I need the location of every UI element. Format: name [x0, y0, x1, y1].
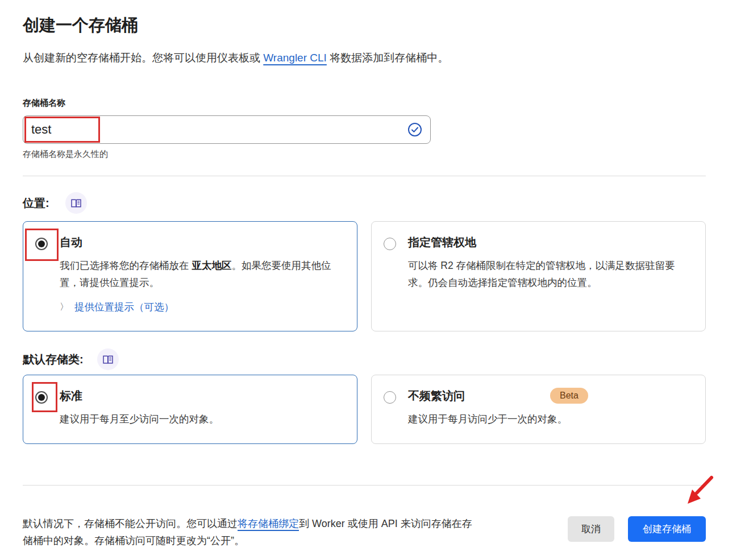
footer: 默认情况下，存储桶不能公开访问。您可以通过将存储桶绑定到 Worker 或使用 … — [23, 515, 706, 549]
option-description: 可以将 R2 存储桶限制在特定的管辖权地，以满足数据驻留要求。仍会自动选择指定管… — [408, 257, 692, 291]
bucket-binding-link[interactable]: 将存储桶绑定 — [238, 518, 299, 529]
cancel-button[interactable]: 取消 — [568, 516, 614, 542]
location-option-auto[interactable]: 自动 我们已选择将您的存储桶放在 亚太地区。如果您要使用其他位置，请提供位置提示… — [23, 221, 357, 331]
storage-class-docs-button[interactable] — [97, 349, 119, 370]
subtitle-text-pre: 从创建新的空存储桶开始。您将可以使用仪表板或 — [23, 52, 263, 64]
location-hint-link[interactable]: 提供位置提示（可选） — [74, 300, 174, 314]
option-description: 建议用于每月至少访问一次的对象。 — [60, 410, 343, 428]
radio-col — [372, 388, 408, 431]
create-bucket-button[interactable]: 创建存储桶 — [628, 516, 706, 542]
card-body: 自动 我们已选择将您的存储桶放在 亚太地区。如果您要使用其他位置，请提供位置提示… — [60, 234, 343, 318]
location-docs-button[interactable] — [65, 192, 87, 214]
divider-bottom — [23, 485, 706, 486]
valid-check-icon — [407, 122, 422, 137]
radio-col — [372, 234, 408, 318]
beta-badge: Beta — [550, 388, 588, 404]
card-body: 标准 建议用于每月至少访问一次的对象。 — [60, 388, 343, 431]
location-option-jurisdiction[interactable]: 指定管辖权地 可以将 R2 存储桶限制在特定的管辖权地，以满足数据驻留要求。仍会… — [371, 221, 706, 331]
create-bucket-page: 创建一个存储桶 从创建新的空存储桶开始。您将可以使用仪表板或 Wrangler … — [0, 0, 749, 560]
option-description: 建议用于每月访问少于一次的对象。 — [408, 410, 692, 428]
open-book-icon — [70, 198, 82, 208]
radio-infrequent[interactable] — [384, 391, 396, 404]
bucket-name-input[interactable] — [23, 122, 407, 137]
radio-standard[interactable] — [35, 391, 48, 404]
storage-class-heading: 默认存储类: — [23, 352, 84, 367]
radio-dot — [38, 394, 45, 401]
location-heading: 位置: — [23, 196, 49, 211]
radio-col — [23, 388, 60, 431]
card-body: 不频繁访问 Beta 建议用于每月访问少于一次的对象。 — [408, 388, 692, 431]
storage-option-infrequent[interactable]: 不频繁访问 Beta 建议用于每月访问少于一次的对象。 — [371, 375, 706, 444]
subtitle-text-post: 将数据添加到存储桶中。 — [327, 52, 448, 64]
storage-option-standard[interactable]: 标准 建议用于每月至少访问一次的对象。 — [23, 375, 357, 444]
bucket-name-label: 存储桶名称 — [23, 98, 706, 108]
action-buttons: 取消 创建存储桶 — [568, 515, 706, 542]
radio-col — [23, 234, 60, 318]
chevron-right-icon: 〉 — [60, 301, 69, 313]
location-section-head: 位置: — [23, 192, 706, 214]
footer-text-pre: 默认情况下，存储桶不能公开访问。您可以通过 — [23, 518, 238, 529]
footer-note: 默认情况下，存储桶不能公开访问。您可以通过将存储桶绑定到 Worker 或使用 … — [23, 515, 477, 549]
page-subtitle: 从创建新的空存储桶开始。您将可以使用仪表板或 Wrangler CLI 将数据添… — [23, 51, 706, 65]
wrangler-cli-link[interactable]: Wrangler CLI — [263, 52, 327, 64]
radio-dot — [38, 240, 45, 247]
page-title: 创建一个存储桶 — [23, 16, 706, 34]
radio-jurisdiction[interactable] — [384, 238, 396, 250]
option-description: 我们已选择将您的存储桶放在 亚太地区。如果您要使用其他位置，请提供位置提示。 — [60, 257, 343, 291]
storage-class-options: 标准 建议用于每月至少访问一次的对象。 不频繁访问 Beta 建议用于每月访问少… — [23, 375, 706, 444]
storage-class-section-head: 默认存储类: — [23, 349, 706, 370]
divider-top — [23, 176, 706, 176]
radio-auto[interactable] — [35, 238, 48, 250]
page-content: 创建一个存储桶 从创建新的空存储桶开始。您将可以使用仪表板或 Wrangler … — [0, 16, 706, 549]
desc-region: 亚太地区 — [192, 260, 231, 271]
desc-pre: 我们已选择将您的存储桶放在 — [60, 260, 192, 271]
option-title: 指定管辖权地 — [408, 234, 476, 250]
bucket-name-field — [23, 115, 431, 144]
location-options: 自动 我们已选择将您的存储桶放在 亚太地区。如果您要使用其他位置，请提供位置提示… — [23, 221, 706, 331]
option-title: 标准 — [60, 388, 82, 404]
card-body: 指定管辖权地 可以将 R2 存储桶限制在特定的管辖权地，以满足数据驻留要求。仍会… — [408, 234, 692, 318]
open-book-icon — [102, 355, 114, 364]
option-title: 自动 — [60, 234, 82, 250]
option-title: 不频繁访问 — [408, 388, 465, 404]
bucket-name-helper: 存储桶名称是永久性的 — [23, 149, 706, 159]
